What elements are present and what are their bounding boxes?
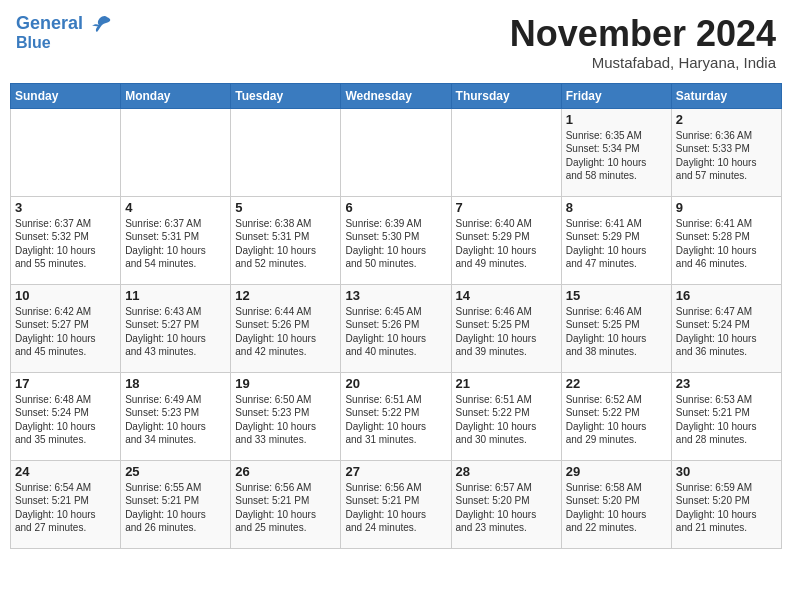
calendar-cell <box>121 108 231 196</box>
weekday-header-wednesday: Wednesday <box>341 83 451 108</box>
day-content: Sunrise: 6:48 AM Sunset: 5:24 PM Dayligh… <box>15 393 116 447</box>
calendar-cell: 13Sunrise: 6:45 AM Sunset: 5:26 PM Dayli… <box>341 284 451 372</box>
day-content: Sunrise: 6:37 AM Sunset: 5:32 PM Dayligh… <box>15 217 116 271</box>
day-number: 30 <box>676 464 777 479</box>
calendar-cell: 12Sunrise: 6:44 AM Sunset: 5:26 PM Dayli… <box>231 284 341 372</box>
day-number: 2 <box>676 112 777 127</box>
calendar-cell: 16Sunrise: 6:47 AM Sunset: 5:24 PM Dayli… <box>671 284 781 372</box>
calendar-cell <box>11 108 121 196</box>
day-content: Sunrise: 6:51 AM Sunset: 5:22 PM Dayligh… <box>345 393 446 447</box>
bird-icon <box>89 15 111 33</box>
calendar-cell: 8Sunrise: 6:41 AM Sunset: 5:29 PM Daylig… <box>561 196 671 284</box>
day-content: Sunrise: 6:47 AM Sunset: 5:24 PM Dayligh… <box>676 305 777 359</box>
day-content: Sunrise: 6:35 AM Sunset: 5:34 PM Dayligh… <box>566 129 667 183</box>
calendar-cell: 2Sunrise: 6:36 AM Sunset: 5:33 PM Daylig… <box>671 108 781 196</box>
calendar-cell: 10Sunrise: 6:42 AM Sunset: 5:27 PM Dayli… <box>11 284 121 372</box>
day-content: Sunrise: 6:55 AM Sunset: 5:21 PM Dayligh… <box>125 481 226 535</box>
day-number: 11 <box>125 288 226 303</box>
day-number: 25 <box>125 464 226 479</box>
day-number: 5 <box>235 200 336 215</box>
calendar-cell: 28Sunrise: 6:57 AM Sunset: 5:20 PM Dayli… <box>451 460 561 548</box>
calendar-cell: 24Sunrise: 6:54 AM Sunset: 5:21 PM Dayli… <box>11 460 121 548</box>
logo: General Blue <box>16 14 111 51</box>
weekday-header-row: SundayMondayTuesdayWednesdayThursdayFrid… <box>11 83 782 108</box>
calendar-week-5: 24Sunrise: 6:54 AM Sunset: 5:21 PM Dayli… <box>11 460 782 548</box>
day-number: 13 <box>345 288 446 303</box>
day-content: Sunrise: 6:44 AM Sunset: 5:26 PM Dayligh… <box>235 305 336 359</box>
day-content: Sunrise: 6:43 AM Sunset: 5:27 PM Dayligh… <box>125 305 226 359</box>
day-number: 7 <box>456 200 557 215</box>
day-number: 4 <box>125 200 226 215</box>
day-content: Sunrise: 6:53 AM Sunset: 5:21 PM Dayligh… <box>676 393 777 447</box>
page-header: General Blue November 2024 Mustafabad, H… <box>10 10 782 75</box>
weekday-header-tuesday: Tuesday <box>231 83 341 108</box>
day-number: 1 <box>566 112 667 127</box>
day-number: 18 <box>125 376 226 391</box>
calendar-cell: 4Sunrise: 6:37 AM Sunset: 5:31 PM Daylig… <box>121 196 231 284</box>
day-number: 12 <box>235 288 336 303</box>
day-number: 8 <box>566 200 667 215</box>
day-content: Sunrise: 6:45 AM Sunset: 5:26 PM Dayligh… <box>345 305 446 359</box>
day-number: 10 <box>15 288 116 303</box>
day-number: 29 <box>566 464 667 479</box>
calendar-cell: 1Sunrise: 6:35 AM Sunset: 5:34 PM Daylig… <box>561 108 671 196</box>
calendar-week-1: 1Sunrise: 6:35 AM Sunset: 5:34 PM Daylig… <box>11 108 782 196</box>
calendar-cell <box>451 108 561 196</box>
day-number: 26 <box>235 464 336 479</box>
day-number: 3 <box>15 200 116 215</box>
day-content: Sunrise: 6:46 AM Sunset: 5:25 PM Dayligh… <box>456 305 557 359</box>
day-number: 21 <box>456 376 557 391</box>
calendar-cell: 21Sunrise: 6:51 AM Sunset: 5:22 PM Dayli… <box>451 372 561 460</box>
calendar-cell: 14Sunrise: 6:46 AM Sunset: 5:25 PM Dayli… <box>451 284 561 372</box>
day-content: Sunrise: 6:50 AM Sunset: 5:23 PM Dayligh… <box>235 393 336 447</box>
title-block: November 2024 Mustafabad, Haryana, India <box>510 14 776 71</box>
calendar-cell: 22Sunrise: 6:52 AM Sunset: 5:22 PM Dayli… <box>561 372 671 460</box>
day-content: Sunrise: 6:57 AM Sunset: 5:20 PM Dayligh… <box>456 481 557 535</box>
calendar-cell: 25Sunrise: 6:55 AM Sunset: 5:21 PM Dayli… <box>121 460 231 548</box>
day-content: Sunrise: 6:40 AM Sunset: 5:29 PM Dayligh… <box>456 217 557 271</box>
day-number: 6 <box>345 200 446 215</box>
day-number: 20 <box>345 376 446 391</box>
day-content: Sunrise: 6:41 AM Sunset: 5:28 PM Dayligh… <box>676 217 777 271</box>
day-number: 27 <box>345 464 446 479</box>
day-content: Sunrise: 6:36 AM Sunset: 5:33 PM Dayligh… <box>676 129 777 183</box>
calendar-cell: 23Sunrise: 6:53 AM Sunset: 5:21 PM Dayli… <box>671 372 781 460</box>
day-content: Sunrise: 6:51 AM Sunset: 5:22 PM Dayligh… <box>456 393 557 447</box>
day-content: Sunrise: 6:42 AM Sunset: 5:27 PM Dayligh… <box>15 305 116 359</box>
calendar-cell: 29Sunrise: 6:58 AM Sunset: 5:20 PM Dayli… <box>561 460 671 548</box>
day-content: Sunrise: 6:39 AM Sunset: 5:30 PM Dayligh… <box>345 217 446 271</box>
calendar-week-4: 17Sunrise: 6:48 AM Sunset: 5:24 PM Dayli… <box>11 372 782 460</box>
day-content: Sunrise: 6:56 AM Sunset: 5:21 PM Dayligh… <box>345 481 446 535</box>
day-content: Sunrise: 6:52 AM Sunset: 5:22 PM Dayligh… <box>566 393 667 447</box>
day-number: 9 <box>676 200 777 215</box>
logo-line2: Blue <box>16 34 51 52</box>
calendar-cell: 3Sunrise: 6:37 AM Sunset: 5:32 PM Daylig… <box>11 196 121 284</box>
day-content: Sunrise: 6:58 AM Sunset: 5:20 PM Dayligh… <box>566 481 667 535</box>
calendar-cell: 7Sunrise: 6:40 AM Sunset: 5:29 PM Daylig… <box>451 196 561 284</box>
month-title: November 2024 <box>510 14 776 54</box>
calendar-cell: 11Sunrise: 6:43 AM Sunset: 5:27 PM Dayli… <box>121 284 231 372</box>
calendar-cell: 19Sunrise: 6:50 AM Sunset: 5:23 PM Dayli… <box>231 372 341 460</box>
day-content: Sunrise: 6:49 AM Sunset: 5:23 PM Dayligh… <box>125 393 226 447</box>
day-number: 24 <box>15 464 116 479</box>
day-number: 14 <box>456 288 557 303</box>
calendar-cell: 26Sunrise: 6:56 AM Sunset: 5:21 PM Dayli… <box>231 460 341 548</box>
calendar-cell: 9Sunrise: 6:41 AM Sunset: 5:28 PM Daylig… <box>671 196 781 284</box>
calendar-cell: 27Sunrise: 6:56 AM Sunset: 5:21 PM Dayli… <box>341 460 451 548</box>
weekday-header-thursday: Thursday <box>451 83 561 108</box>
weekday-header-friday: Friday <box>561 83 671 108</box>
day-content: Sunrise: 6:38 AM Sunset: 5:31 PM Dayligh… <box>235 217 336 271</box>
day-number: 16 <box>676 288 777 303</box>
calendar-week-3: 10Sunrise: 6:42 AM Sunset: 5:27 PM Dayli… <box>11 284 782 372</box>
calendar-header: SundayMondayTuesdayWednesdayThursdayFrid… <box>11 83 782 108</box>
calendar-cell: 6Sunrise: 6:39 AM Sunset: 5:30 PM Daylig… <box>341 196 451 284</box>
calendar-cell: 17Sunrise: 6:48 AM Sunset: 5:24 PM Dayli… <box>11 372 121 460</box>
logo-text: General <box>16 14 111 34</box>
calendar-cell: 30Sunrise: 6:59 AM Sunset: 5:20 PM Dayli… <box>671 460 781 548</box>
calendar-cell <box>341 108 451 196</box>
weekday-header-monday: Monday <box>121 83 231 108</box>
day-content: Sunrise: 6:46 AM Sunset: 5:25 PM Dayligh… <box>566 305 667 359</box>
day-number: 23 <box>676 376 777 391</box>
weekday-header-sunday: Sunday <box>11 83 121 108</box>
calendar-cell: 18Sunrise: 6:49 AM Sunset: 5:23 PM Dayli… <box>121 372 231 460</box>
